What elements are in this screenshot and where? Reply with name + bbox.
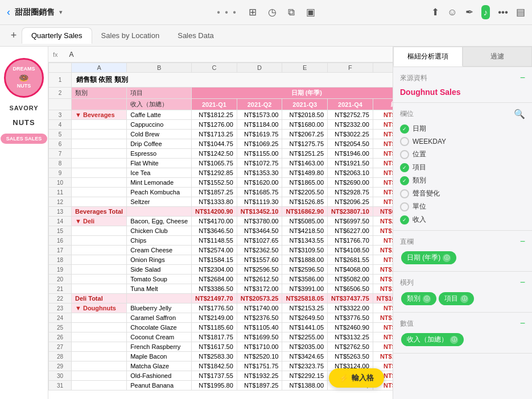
cell-q2[interactable]: NT$1027.65: [237, 236, 282, 246]
music-active-icon[interactable]: ♪: [481, 5, 490, 19]
table-row[interactable]: 4CappuccinoNT$1276.00NT$1184.00NT$1680.0…: [49, 120, 393, 130]
cell-q1[interactable]: NT$2149.00: [192, 313, 237, 323]
layers-icon[interactable]: ⧉: [288, 7, 295, 18]
table-row[interactable]: 6Drip CoffeeNT$1044.75NT$1069.25NT$1275.…: [49, 139, 393, 149]
cell-q3[interactable]: NT$2153.25: [282, 304, 328, 313]
cell-total[interactable]: NT$6199.05: [373, 168, 393, 178]
cell-q3[interactable]: NT$4218.50: [282, 226, 328, 236]
cell-total[interactable]: NT$8677.25: [373, 188, 393, 197]
cell-q1[interactable]: NT$1776.50: [192, 304, 237, 313]
source-minus-icon[interactable]: −: [520, 73, 525, 83]
cell-item[interactable]: Cappuccino: [127, 120, 192, 130]
cell-total[interactable]: NT$5444.25: [373, 139, 393, 149]
cell-q4[interactable]: NT$2928.75: [328, 188, 373, 197]
cell-q3[interactable]: NT$1441.05: [282, 323, 328, 332]
cell-q3[interactable]: NT$2067.25: [282, 130, 328, 139]
cell-q4[interactable]: NT$3322.00: [328, 304, 373, 313]
cell-total[interactable]: NT$20032.50: [373, 217, 393, 226]
cell-q4[interactable]: NT$37437.75: [328, 294, 373, 304]
cell-q1[interactable]: NT$1857.25: [192, 188, 237, 197]
cell-item[interactable]: Peanut Banana: [127, 381, 192, 390]
cell-q1[interactable]: NT$1276.00: [192, 120, 237, 130]
field-item[interactable]: ✓項目: [400, 163, 525, 172]
cell-q2[interactable]: NT$1751.75: [237, 361, 282, 371]
table-row[interactable]: 17Cream CheeseNT$2574.00NT$2362.50NT$310…: [49, 246, 393, 255]
table-row[interactable]: 24Caramel SaffronNT$2149.00NT$2376.50NT$…: [49, 313, 393, 323]
cell-q4[interactable]: NT$1766.70: [328, 236, 373, 246]
rows-minus-icon[interactable]: −: [520, 277, 525, 288]
table-row[interactable]: 25Chocolate GlazeNT$1185.60NT$1105.40NT$…: [49, 323, 393, 332]
cell-q3[interactable]: NT$3424.65: [282, 352, 328, 361]
cell-q4[interactable]: NT$1946.00: [328, 149, 373, 159]
table-row[interactable]: 7EspressoNT$1242.50NT$1155.00NT$1251.25N…: [49, 149, 393, 159]
tab-quarterly-sales[interactable]: Quarterly Sales: [22, 27, 92, 44]
cell-item[interactable]: Seltzer: [127, 197, 192, 207]
cell-item[interactable]: [127, 207, 192, 217]
cell-total[interactable]: NT$8125.00: [373, 342, 393, 352]
cell-q1[interactable]: NT$1242.50: [192, 149, 237, 159]
cell-q4[interactable]: NT$1921.50: [328, 159, 373, 168]
cell-item[interactable]: [127, 294, 192, 304]
cell-q2[interactable]: NT$1105.40: [237, 323, 282, 332]
panel-tab-pivot[interactable]: 樞紐分析選項: [393, 47, 463, 66]
cell-category[interactable]: [72, 275, 127, 284]
cell-q1[interactable]: NT$1817.75: [192, 332, 237, 342]
table-row[interactable]: 18Onion RingsNT$1584.15NT$1557.60NT$1888…: [49, 255, 393, 265]
cell-category[interactable]: [72, 284, 127, 294]
cell-category[interactable]: [72, 381, 127, 390]
field-checkbox[interactable]: ✓: [400, 163, 409, 172]
cell-q1[interactable]: NT$2574.00: [192, 246, 237, 255]
cell-q1[interactable]: NT$1552.50: [192, 178, 237, 188]
cell-q1[interactable]: NT$1584.15: [192, 255, 237, 265]
table-row[interactable]: 13Beverages TotalNT$14200.90NT$13452.10N…: [49, 207, 393, 217]
table-row[interactable]: 12SeltzerNT$1333.80NT$1119.30NT$1526.85N…: [49, 197, 393, 207]
cell-category[interactable]: [72, 371, 127, 381]
cell-item[interactable]: Coconut Cream: [127, 332, 192, 342]
cell-category[interactable]: [72, 139, 127, 149]
cell-q4[interactable]: NT$2681.55: [328, 255, 373, 265]
info-icon[interactable]: ⓘ: [450, 336, 458, 344]
table-row[interactable]: 26Coconut CreamNT$1817.75NT$1699.50NT$22…: [49, 332, 393, 342]
cell-category[interactable]: [72, 188, 127, 197]
cell-q1[interactable]: NT$1044.75: [192, 139, 237, 149]
cell-item[interactable]: Tomato Soup: [127, 275, 192, 284]
cell-category[interactable]: [72, 323, 127, 332]
cell-q2[interactable]: NT$2612.50: [237, 275, 282, 284]
cell-q2[interactable]: NT$1119.30: [237, 197, 282, 207]
cell-category[interactable]: [72, 255, 127, 265]
cell-category[interactable]: [72, 332, 127, 342]
field-item[interactable]: ✓收入: [400, 215, 525, 225]
cell-total[interactable]: NT$5286.45: [373, 236, 393, 246]
sheet-scroll[interactable]: A B C D E F G 1 銷售額 依照 類別: [48, 63, 393, 399]
cell-q3[interactable]: NT$1865.00: [282, 178, 328, 188]
cell-category[interactable]: [72, 149, 127, 159]
cell-q3[interactable]: NT$3109.50: [282, 246, 328, 255]
cell-q2[interactable]: NT$1573.00: [237, 110, 282, 120]
cell-q2[interactable]: NT$1619.75: [237, 130, 282, 139]
emoji-icon[interactable]: ☺: [447, 7, 457, 18]
cell-category[interactable]: [72, 265, 127, 275]
cell-category[interactable]: [72, 342, 127, 352]
cell-q3[interactable]: NT$2596.50: [282, 265, 328, 275]
cell-q4[interactable]: NT$3022.25: [328, 130, 373, 139]
cell-q4[interactable]: NT$2063.10: [328, 168, 373, 178]
cell-q3[interactable]: NT$3586.00: [282, 275, 328, 284]
row-zone-tag[interactable]: 類別 ⓘ: [401, 292, 436, 305]
cell-q2[interactable]: NT$3172.00: [237, 284, 282, 294]
cell-item[interactable]: Side Salad: [127, 265, 192, 275]
cell-item[interactable]: Chicken Club: [127, 226, 192, 236]
cell-q3[interactable]: NT$2255.00: [282, 332, 328, 342]
cell-category[interactable]: [72, 236, 127, 246]
share-icon[interactable]: ⬆: [431, 6, 439, 18]
col-header-c[interactable]: C: [192, 63, 237, 73]
table-row[interactable]: 19Side SaladNT$2304.00NT$2596.50NT$2596.…: [49, 265, 393, 275]
cell-q4[interactable]: NT$5082.00: [328, 275, 373, 284]
cell-q4[interactable]: NT$2332.00: [328, 120, 373, 130]
cell-q1[interactable]: NT$1185.60: [192, 323, 237, 332]
cell-category[interactable]: [72, 197, 127, 207]
cell-item[interactable]: Tuna Melt: [127, 284, 192, 294]
cell-total[interactable]: NT$12154.50: [373, 246, 393, 255]
cell-total[interactable]: NT$7727.50: [373, 178, 393, 188]
cell-item[interactable]: Old-Fashioned: [127, 371, 192, 381]
cell-q3[interactable]: NT$2292.15: [282, 371, 328, 381]
